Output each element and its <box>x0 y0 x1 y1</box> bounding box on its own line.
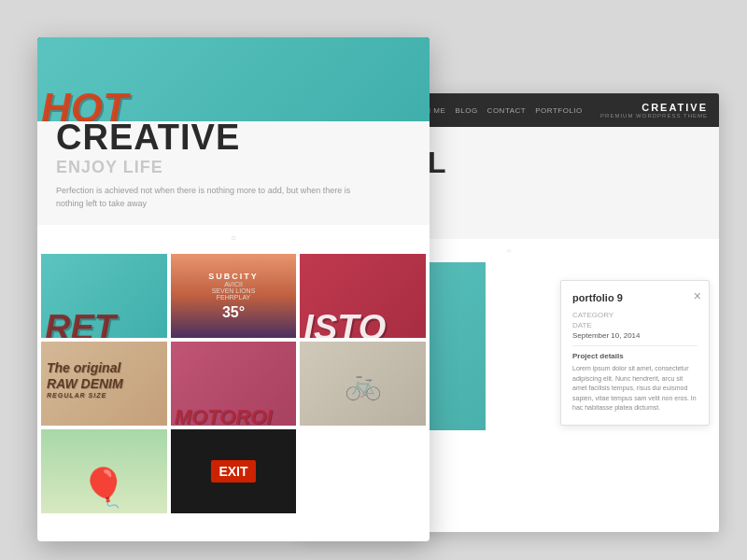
grid-item-5-text: MOTOROI <box>175 405 273 426</box>
bike-content: 🚲 <box>300 342 426 426</box>
grid-item-6[interactable]: 🚲 <box>300 342 426 426</box>
grid-item-3-text: ISTO <box>303 310 386 338</box>
grid-item-9[interactable]: EXIT <box>171 429 297 513</box>
sidebar-panel: × portfolio 9 Category Date September 10… <box>560 280 710 426</box>
back-nav-portfolio[interactable]: PORTFOLIO <box>535 106 583 115</box>
panel-details-label: Project details <box>572 352 698 360</box>
panel-title: portfolio 9 <box>572 292 698 303</box>
bike-icon: 🚲 <box>345 366 382 401</box>
back-brand-name: CREATIVE <box>600 102 708 113</box>
poster-title: SUBCITY <box>208 272 259 281</box>
back-nav-contact[interactable]: CONTACT <box>487 106 527 115</box>
grid-item-7[interactable]: HOT <box>37 37 430 121</box>
grid-item-4-text: The originalRAW DENIM REGULAR SIZE <box>47 360 123 399</box>
poster-subtitle: AVICIISEVEN LIONSFEHRPLAY <box>212 281 256 301</box>
panel-date-value: September 10, 2014 <box>572 331 698 346</box>
grid-item-3[interactable]: ISTO <box>300 254 426 338</box>
back-nav-blog[interactable]: BLOG <box>455 106 477 115</box>
grid-item-7-text: HOT <box>41 88 128 121</box>
front-hero-subtitle: ENJOY LIFE <box>56 158 411 177</box>
exit-sign: EXIT <box>211 460 255 483</box>
front-dot-nav: ○ <box>37 225 430 250</box>
front-hero-description: Perfection is achieved not when there is… <box>56 185 355 210</box>
panel-date-label: Date <box>572 321 698 329</box>
front-hero-title: CREATIVE <box>56 119 411 155</box>
grid-item-1-text: RET <box>45 310 116 338</box>
grid-item-4[interactable]: The originalRAW DENIM REGULAR SIZE <box>41 342 167 426</box>
window-front: HOME ABOUT ME PHOTOGRAPHY WORK WITH ME B… <box>37 37 430 541</box>
poster-content: SUBCITY AVICIISEVEN LIONSFEHRPLAY 35° <box>171 254 297 338</box>
exit-content: EXIT <box>171 429 297 513</box>
poster-temp: 35° <box>222 304 245 321</box>
balloon-content: 🎈 <box>41 429 167 513</box>
panel-category-label: Category <box>572 311 698 319</box>
scene: PHOTOGRAPHY WORK WITH ME BLOG CONTACT PO… <box>0 0 747 560</box>
grid-item-2[interactable]: SUBCITY AVICIISEVEN LIONSFEHRPLAY 35° <box>171 254 297 338</box>
grid-item-5[interactable]: MOTOROI <box>171 342 297 426</box>
close-button[interactable]: × <box>694 288 701 303</box>
panel-body-text: Lorem ipsum dolor sit amet, consectetur … <box>572 364 698 413</box>
portfolio-grid: RET SUBCITY AVICIISEVEN LIONSFEHRPLAY 35… <box>37 250 430 517</box>
back-brand: CREATIVE PREMIUM WORDPRESS THEME <box>600 102 708 119</box>
grid-item-8[interactable]: 🎈 <box>41 429 167 513</box>
grid-item-1[interactable]: RET <box>41 254 167 338</box>
denim-sub: REGULAR SIZE <box>47 392 123 399</box>
balloon-emoji: 🎈 <box>80 466 127 510</box>
back-brand-subtitle: PREMIUM WORDPRESS THEME <box>600 113 708 119</box>
